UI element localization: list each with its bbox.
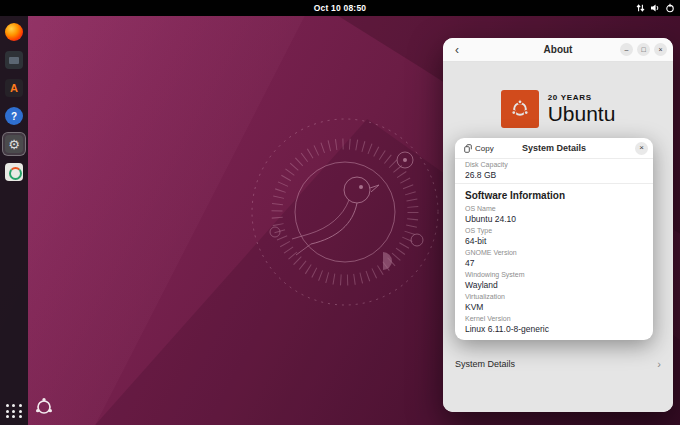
detail-row-kernel-version: Kernel Version Linux 6.11.0-8-generic <box>455 313 653 335</box>
dock: A ? ⚙ <box>0 16 28 425</box>
detail-value: KVM <box>465 302 643 313</box>
volume-icon <box>650 3 660 13</box>
network-arrows-icon <box>636 3 645 13</box>
detail-value: 64-bit <box>465 236 643 247</box>
back-button[interactable]: ‹ <box>449 42 465 58</box>
detail-label: Disk Capacity <box>465 161 643 170</box>
show-apps-button[interactable] <box>6 403 22 419</box>
minimize-button[interactable]: – <box>620 43 633 56</box>
system-details-dialog: Copy System Details × Disk Capacity 26.8… <box>455 138 653 340</box>
close-button[interactable]: × <box>654 43 667 56</box>
dock-item-firefox[interactable] <box>3 21 25 43</box>
app-center-icon: A <box>5 79 23 97</box>
detail-row-virtualization: Virtualization KVM <box>455 291 653 313</box>
software-information-heading: Software Information <box>455 186 653 203</box>
detail-value: 26.8 GB <box>465 170 643 181</box>
software-updater-icon <box>5 163 23 181</box>
detail-value: Wayland <box>465 280 643 291</box>
detail-label: Kernel Version <box>465 315 643 324</box>
dock-item-app-center[interactable]: A <box>3 77 25 99</box>
divider <box>455 183 653 184</box>
about-window: ‹ About – □ × 20 YEARS Ubuntu <box>443 38 673 412</box>
detail-row-os-name: OS Name Ubuntu 24.10 <box>455 203 653 225</box>
detail-row-disk-capacity: Disk Capacity 26.8 GB <box>455 159 653 181</box>
window-controls: – □ × <box>620 43 667 56</box>
detail-value: Ubuntu 24.10 <box>465 214 643 225</box>
gear-icon: ⚙ <box>5 135 23 153</box>
copy-icon <box>464 144 472 153</box>
firefox-icon <box>5 23 23 41</box>
files-icon <box>5 51 23 69</box>
top-bar: Oct 10 08:50 <box>0 0 680 16</box>
detail-label: Virtualization <box>465 293 643 302</box>
detail-label: Windowing System <box>465 271 643 280</box>
detail-row-windowing-system: Windowing System Wayland <box>455 269 653 291</box>
detail-value: Linux 6.11.0-8-generic <box>465 324 643 335</box>
dialog-body: Disk Capacity 26.8 GB Software Informati… <box>455 159 653 340</box>
dialog-close-button[interactable]: × <box>635 142 648 155</box>
power-icon <box>665 3 675 13</box>
detail-value: 47 <box>465 258 643 269</box>
dock-item-software-updater[interactable] <box>3 161 25 183</box>
dock-item-help[interactable]: ? <box>3 105 25 127</box>
circle-of-friends-watermark-icon <box>34 397 54 417</box>
dock-item-settings[interactable]: ⚙ <box>3 133 25 155</box>
copy-button-label: Copy <box>475 144 494 153</box>
maximize-button[interactable]: □ <box>637 43 650 56</box>
oriole-bird-emblem <box>245 112 445 312</box>
detail-row-os-type: OS Type 64-bit <box>455 225 653 247</box>
system-tray[interactable] <box>636 0 675 16</box>
dock-item-files[interactable] <box>3 49 25 71</box>
detail-label: OS Type <box>465 227 643 236</box>
detail-label: GNOME Version <box>465 249 643 258</box>
dialog-header: Copy System Details × <box>455 138 653 159</box>
help-icon: ? <box>5 107 23 125</box>
detail-row-gnome-version: GNOME Version 47 <box>455 247 653 269</box>
detail-label: OS Name <box>465 205 643 214</box>
about-titlebar[interactable]: ‹ About – □ × <box>443 38 673 62</box>
clock-menu-button[interactable]: Oct 10 08:50 <box>314 0 367 16</box>
copy-button[interactable]: Copy <box>460 142 498 155</box>
